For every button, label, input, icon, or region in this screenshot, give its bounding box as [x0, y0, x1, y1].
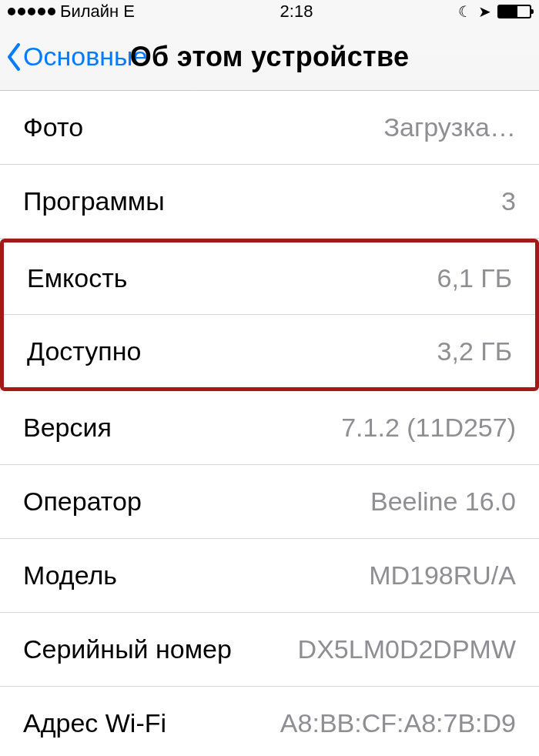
row-value: DX5LM0D2DPMW: [298, 634, 516, 664]
row-value: Beeline 16.0: [370, 487, 516, 517]
row-value: 3: [501, 186, 516, 216]
row-apps[interactable]: Программы 3: [0, 165, 539, 239]
location-icon: ➤: [478, 2, 491, 21]
row-available[interactable]: Доступно 3,2 ГБ: [4, 315, 535, 387]
signal-strength-icon: [8, 8, 55, 15]
row-value: 3,2 ГБ: [437, 336, 512, 366]
row-value: Загрузка…: [384, 112, 517, 142]
highlighted-section: Емкость 6,1 ГБ Доступно 3,2 ГБ: [0, 239, 539, 391]
row-wifi-address[interactable]: Адрес Wi-Fi A8:BB:CF:A8:7B:D9: [0, 687, 539, 756]
row-label: Фото: [23, 112, 83, 142]
row-version[interactable]: Версия 7.1.2 (11D257): [0, 391, 539, 465]
row-carrier[interactable]: Оператор Beeline 16.0: [0, 465, 539, 539]
back-button[interactable]: Основные: [0, 42, 147, 72]
row-capacity[interactable]: Емкость 6,1 ГБ: [4, 243, 535, 315]
row-label: Оператор: [23, 487, 142, 517]
back-label: Основные: [23, 42, 147, 72]
row-label: Версия: [23, 413, 112, 443]
chevron-left-icon: [5, 42, 23, 72]
row-label: Программы: [23, 186, 165, 216]
status-bar: Билайн E 2:18 ☾ ➤: [0, 0, 539, 23]
row-model[interactable]: Модель MD198RU/A: [0, 539, 539, 613]
row-value: MD198RU/A: [369, 560, 516, 590]
status-left: Билайн E: [8, 2, 135, 22]
row-value: 7.1.2 (11D257): [341, 413, 516, 443]
carrier-label: Билайн: [60, 2, 119, 22]
settings-list: Фото Загрузка… Программы 3 Емкость 6,1 Г…: [0, 91, 539, 756]
row-label: Модель: [23, 560, 117, 590]
row-label: Емкость: [27, 263, 128, 293]
navigation-bar: Основные Об этом устройстве: [0, 23, 539, 91]
row-value: A8:BB:CF:A8:7B:D9: [280, 708, 516, 738]
status-right: ☾ ➤: [458, 2, 531, 21]
row-label: Серийный номер: [23, 634, 232, 664]
network-type: E: [123, 2, 135, 22]
row-value: 6,1 ГБ: [437, 263, 512, 293]
row-serial[interactable]: Серийный номер DX5LM0D2DPMW: [0, 613, 539, 687]
clock: 2:18: [280, 2, 313, 22]
row-photo[interactable]: Фото Загрузка…: [0, 91, 539, 165]
row-label: Доступно: [27, 336, 141, 366]
do-not-disturb-icon: ☾: [458, 2, 472, 21]
row-label: Адрес Wi-Fi: [23, 708, 166, 738]
battery-icon: [497, 5, 531, 18]
